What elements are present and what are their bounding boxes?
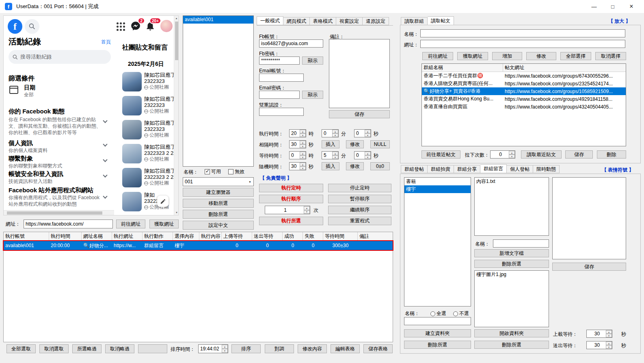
text-files-listbox[interactable]: 內容1.txt [474, 177, 549, 236]
spinner-up-icon[interactable] [365, 130, 371, 133]
groups-table[interactable]: 群組名稱 帖文網址 香港一手二手任買任賣群🉐https://www.facebo… [421, 63, 626, 146]
continue-sequence-button[interactable]: 繼續順序 [328, 206, 391, 214]
tab-web-mode[interactable]: 網頁模式 [283, 17, 310, 25]
spinner-down-icon[interactable] [300, 166, 306, 170]
profile-avatar[interactable] [160, 20, 173, 32]
save-table-button[interactable]: 儲存表格 [363, 344, 393, 353]
facebook-logo[interactable]: f [8, 19, 22, 34]
close-button[interactable]: × [622, 0, 641, 13]
column-header-group-name[interactable]: 群組名稱 [422, 64, 503, 72]
zoom-link[interactable]: 【 放大 】 [608, 18, 631, 25]
run-timer-button[interactable]: 執行定時 [259, 184, 323, 192]
section-offsite-apps[interactable]: Facebook 站外應用程式和網站 你擁有的應用程式，以及我們從 Facebo… [9, 187, 110, 207]
folders-listbox[interactable]: 書籍 樓宇 [404, 177, 471, 306]
read-recent-posts-button[interactable]: 讀取最近貼文 [521, 150, 562, 159]
swap-button[interactable]: 對調 [265, 344, 294, 353]
tab-personal-post[interactable]: 個人發帖 [507, 165, 533, 173]
account-group-select[interactable]: 001 [183, 177, 254, 186]
groups-fetch-url-button[interactable]: 獲取網址 [457, 52, 488, 60]
groups-delete-button[interactable]: 刪除 [597, 150, 626, 159]
delete-selected-tasks-button[interactable] [138, 344, 167, 353]
folder-item-selected[interactable]: 樓宇 [404, 185, 471, 193]
spinner-down-icon[interactable] [300, 155, 306, 159]
fetch-url-button[interactable]: 獲取網址 [149, 220, 179, 228]
spinner-down-icon[interactable] [332, 155, 338, 159]
tab-group-comment[interactable]: 群組留言 [480, 164, 507, 173]
column-header[interactable]: 上傳等待 [222, 232, 252, 241]
delete-selected-files-button[interactable]: 刪除所選 [474, 260, 549, 268]
exec-minutes-spinner[interactable]: 0 [322, 129, 339, 137]
spinner-up-icon[interactable] [300, 130, 306, 133]
invalid-checkbox[interactable]: 無效 [228, 168, 244, 175]
insert-random-button[interactable]: 插入 [322, 162, 339, 170]
tab-restore-settings[interactable]: 還原設定 [363, 17, 389, 25]
null-button[interactable]: NULL [370, 140, 390, 148]
run-sequence-button[interactable]: 執行順序 [259, 195, 323, 203]
accounts-listbox[interactable]: available\001 [183, 15, 254, 167]
tab-general-mode[interactable]: 一般模式 [257, 16, 283, 25]
home-link[interactable]: 首頁 [101, 39, 111, 46]
column-header[interactable]: 選擇內容 [173, 232, 199, 241]
groups-add-button[interactable]: 增加 [492, 52, 522, 60]
feed-post[interactable]: 陳如芯回應了2322323公開社團 [122, 72, 174, 96]
spinner-down-icon[interactable] [222, 349, 228, 353]
modify-interval-button[interactable]: 修改 [346, 140, 364, 148]
groups-modify-button[interactable]: 修改 [526, 52, 556, 60]
groups-select-all-button[interactable]: 全部選擇 [560, 52, 591, 60]
goto-recent-post-button[interactable]: 前往最近帖文 [421, 150, 460, 159]
feed-post[interactable]: 陳如芯回應了2322323 2 23公開社團 [122, 144, 174, 168]
select-none-radio[interactable]: 不選 [453, 310, 469, 317]
column-header-post-url[interactable]: 帖文網址 [503, 64, 626, 72]
delete-selected-accounts-button[interactable]: 刪除所選 [183, 210, 254, 219]
file-name-input[interactable] [493, 239, 549, 248]
open-folder-button[interactable]: 開啟資料夾 [474, 329, 549, 337]
move-selected-button[interactable]: 移動所選 [183, 199, 254, 208]
column-header[interactable]: 失敗 [303, 232, 323, 241]
pull-count-spinner[interactable]: 0 [490, 150, 515, 159]
two-factor-input[interactable] [259, 108, 304, 116]
group-row[interactable]: 香港買賣交易群Hong Kong Bu...https://www.facebo… [422, 95, 626, 103]
browser-url-input[interactable]: https://www.facebook.com/ [24, 220, 113, 228]
pause-sequence-button[interactable]: 暫停順序 [328, 195, 391, 203]
goto-url-button[interactable]: 前往網址 [116, 220, 145, 228]
spinner-down-icon[interactable] [606, 334, 612, 337]
checkbox-checked-icon[interactable] [205, 169, 210, 174]
tab-window-settings[interactable]: 視窗設定 [336, 17, 363, 25]
spinner-up-icon[interactable] [300, 141, 306, 144]
email-account-input[interactable] [259, 74, 304, 82]
spinner-down-icon[interactable] [300, 144, 306, 148]
scrollbar-thumb[interactable] [7, 211, 102, 215]
random-spinner[interactable]: 30 [289, 162, 306, 170]
column-header[interactable]: 備註 [358, 232, 393, 241]
interval-spinner[interactable]: 30 [289, 140, 306, 148]
tab-group-share[interactable]: 群組分享 [454, 165, 480, 173]
unskip-selected-button[interactable]: 取消略過 [105, 344, 134, 353]
create-browser-button[interactable]: 建立瀏覽器 [183, 188, 254, 197]
folder-name-input[interactable] [404, 317, 471, 325]
tab-group-post[interactable]: 群組發帖 [401, 165, 428, 173]
column-header[interactable]: 執行網址 [112, 232, 143, 241]
spinner-up-icon[interactable] [606, 330, 612, 334]
column-header[interactable]: 執行時間 [49, 232, 82, 241]
run-selected-button[interactable]: 執行所選 [259, 217, 323, 225]
insert-interval-button[interactable]: 插入 [322, 140, 339, 148]
column-header[interactable]: 送出等待 [252, 232, 283, 241]
select-all-tasks-button[interactable]: 全部選取 [6, 344, 36, 353]
text-file-item[interactable]: 內容1.txt [475, 178, 549, 185]
emoji-link[interactable]: 【 表情符號 】 [602, 167, 634, 174]
delete-selected-folders-button[interactable]: 刪除所選 [404, 341, 471, 349]
disclaimer-link[interactable]: 【 免責聲明 】 [260, 175, 292, 182]
spinner-down-icon[interactable] [332, 133, 338, 137]
groups-deselect-button[interactable]: 取消選擇 [595, 52, 626, 60]
spinner-up-icon[interactable] [304, 206, 310, 210]
times-spinner[interactable]: 1 [265, 206, 310, 214]
image-item[interactable]: 樓宇圖片1.jpg [475, 271, 549, 278]
save-note-button[interactable]: 儲存 [329, 110, 390, 118]
note-textarea[interactable] [329, 39, 390, 108]
minimize-button[interactable]: — [585, 0, 603, 13]
spinner-down-icon[interactable] [365, 155, 371, 159]
edit-post-button[interactable] [157, 196, 169, 207]
column-header[interactable]: 執行動作 [143, 232, 173, 241]
sort-time-spinner[interactable]: 19:44:02 [198, 344, 228, 353]
stop-timer-button[interactable]: 停止定時 [328, 184, 391, 192]
